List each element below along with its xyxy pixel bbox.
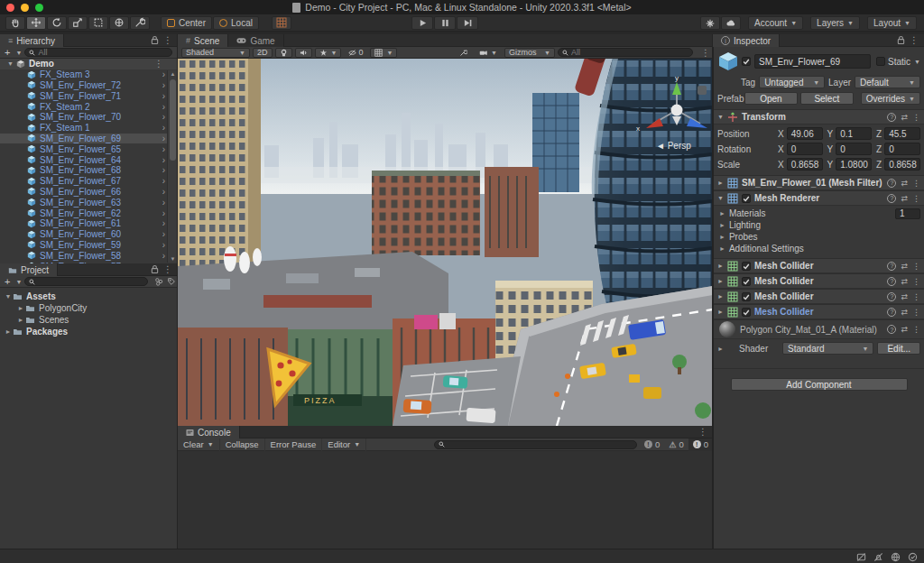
pivot-center-button[interactable]: Center: [161, 16, 212, 30]
scene-viewport[interactable]: PIZZA: [178, 59, 713, 426]
create-object-button[interactable]: +: [5, 47, 10, 58]
hierarchy-item[interactable]: SM_Env_Flower_70›: [0, 112, 178, 123]
help-icon[interactable]: ?: [887, 292, 896, 301]
hierarchy-item[interactable]: SM_Env_Flower_64›: [0, 154, 178, 165]
console-search-input[interactable]: [445, 440, 633, 449]
add-component-button[interactable]: Add Component: [731, 378, 908, 391]
materials-count-field[interactable]: 1: [895, 208, 920, 219]
prefab-arrow-icon[interactable]: ›: [162, 218, 165, 228]
layer-dropdown[interactable]: Default▼: [855, 76, 920, 88]
transform-component-header[interactable]: ▼ Transform ? ⇄ ⋮: [714, 109, 924, 125]
component-enabled-checkbox[interactable]: [742, 308, 751, 317]
kebab-menu-icon[interactable]: ⋮: [912, 262, 920, 271]
scene-audio-button[interactable]: [295, 48, 312, 58]
hierarchy-item[interactable]: FX_Steam 1›: [0, 123, 178, 134]
shader-dropdown[interactable]: Standard▼: [782, 342, 873, 355]
shader-edit-button[interactable]: Edit...: [877, 342, 920, 355]
position-x-field[interactable]: 49.06: [787, 127, 823, 140]
console-collapse-button[interactable]: Collapse: [220, 438, 265, 451]
component-enabled-checkbox[interactable]: [742, 277, 751, 286]
foldout-icon[interactable]: ►: [717, 278, 727, 284]
prefab-arrow-icon[interactable]: ›: [162, 251, 165, 261]
scene-search-input[interactable]: [568, 48, 688, 57]
project-folder-assets[interactable]: ▼ Assets: [0, 291, 178, 302]
presets-icon[interactable]: ⇄: [901, 325, 908, 334]
prefab-overrides-dropdown[interactable]: Overrides▼: [861, 92, 920, 105]
prefab-select-button[interactable]: Select: [800, 92, 854, 105]
grid-snap-button[interactable]: [272, 16, 291, 30]
divider[interactable]: [712, 34, 713, 549]
prefab-arrow-icon[interactable]: ›: [162, 155, 165, 165]
hand-tool-button[interactable]: [5, 16, 25, 30]
foldout-icon[interactable]: ►: [4, 328, 13, 335]
console-error-toggle[interactable]: !0: [688, 438, 713, 451]
presets-icon[interactable]: ⇄: [901, 262, 908, 271]
hierarchy-item[interactable]: SM_Env_Flower_68›: [0, 165, 178, 176]
prefab-arrow-icon[interactable]: ›: [162, 102, 165, 112]
hierarchy-item[interactable]: SM_Env_Flower_61›: [0, 218, 178, 229]
tag-dropdown[interactable]: Untagged▼: [759, 76, 825, 88]
account-dropdown[interactable]: Account▼: [748, 16, 803, 30]
mesh-collider-component-header[interactable]: ► Mesh Collider ? ⇄ ⋮: [714, 273, 924, 289]
scene-tools-button[interactable]: [455, 48, 472, 58]
foldout-icon[interactable]: ►: [717, 180, 727, 186]
kebab-menu-icon[interactable]: ⋮: [912, 325, 920, 334]
scrollbar-thumb[interactable]: [170, 79, 176, 161]
layers-dropdown[interactable]: Layers▼: [810, 16, 860, 30]
console-error-pause-button[interactable]: Error Pause: [265, 438, 323, 451]
kebab-menu-icon[interactable]: ⋮: [161, 35, 175, 45]
hierarchy-item[interactable]: SM_Env_Flower_58›: [0, 250, 178, 261]
kebab-menu-icon[interactable]: ⋮: [912, 113, 920, 122]
prefab-arrow-icon[interactable]: ›: [162, 91, 165, 101]
gizmos-dropdown[interactable]: Gizmos▼: [504, 48, 555, 58]
kebab-menu-icon[interactable]: ⋮: [161, 264, 175, 274]
hierarchy-item[interactable]: FX_Steam 3›: [0, 69, 178, 80]
scene-search[interactable]: [558, 48, 693, 57]
collab-button[interactable]: [700, 16, 720, 30]
kebab-menu-icon[interactable]: ⋮: [698, 48, 713, 58]
notifications-muted-icon[interactable]: [873, 551, 884, 562]
foldout-icon[interactable]: ►: [717, 293, 727, 300]
prefab-arrow-icon[interactable]: ›: [162, 112, 165, 122]
cloud-button[interactable]: [721, 16, 741, 30]
prefab-arrow-icon[interactable]: ›: [162, 80, 165, 90]
foldout-icon[interactable]: ►: [16, 317, 25, 323]
hierarchy-search-input[interactable]: [35, 48, 168, 57]
project-folder-polygoncity[interactable]: ► PolygonCity: [0, 302, 178, 314]
mesh-collider-component-header[interactable]: ► Mesh Collider ? ⇄ ⋮: [714, 289, 924, 304]
step-button[interactable]: [457, 16, 478, 30]
help-icon[interactable]: ?: [887, 179, 896, 188]
scene-camera-dropdown[interactable]: ▼: [475, 48, 502, 58]
console-message-muted-icon[interactable]: [855, 551, 867, 562]
console-info-toggle[interactable]: !0: [640, 438, 664, 451]
create-asset-button[interactable]: +: [5, 276, 10, 287]
project-folder-scenes[interactable]: ► Scenes: [0, 314, 178, 326]
component-enabled-checkbox[interactable]: [742, 262, 751, 271]
foldout-icon[interactable]: ▼: [717, 114, 727, 120]
prefab-arrow-icon[interactable]: ›: [162, 69, 165, 79]
kebab-menu-icon[interactable]: ⋮: [907, 35, 921, 45]
hierarchy-item[interactable]: SM_Env_Flower_67›: [0, 176, 178, 187]
kebab-menu-icon[interactable]: ⋮: [912, 292, 920, 301]
2d-toggle-button[interactable]: 2D: [253, 48, 273, 58]
foldout-icon[interactable]: ▼: [7, 60, 16, 67]
scale-z-field[interactable]: 0.8658: [884, 158, 920, 171]
prefab-open-button[interactable]: Open: [744, 92, 798, 105]
hierarchy-item[interactable]: SM_Env_Flower_72›: [0, 80, 178, 91]
mesh-collider-component-header-selected[interactable]: ► Mesh Collider ? ⇄ ⋮: [714, 304, 924, 319]
pause-button[interactable]: [434, 16, 456, 30]
hierarchy-item[interactable]: SM_Env_Flower_65›: [0, 143, 178, 154]
mesh-collider-component-header[interactable]: ► Mesh Collider ? ⇄ ⋮: [714, 258, 924, 273]
presets-icon[interactable]: ⇄: [901, 308, 908, 317]
tab-project[interactable]: Project: [0, 263, 58, 276]
prefab-arrow-icon[interactable]: ›: [162, 198, 165, 208]
prefab-arrow-icon[interactable]: ›: [162, 187, 165, 197]
tab-game[interactable]: Game: [228, 34, 283, 47]
search-by-type-icon[interactable]: [154, 277, 163, 286]
prefab-arrow-icon[interactable]: ›: [162, 208, 165, 218]
foldout-icon[interactable]: ►: [717, 309, 727, 315]
lighting-foldout[interactable]: ►Lighting: [717, 219, 920, 231]
scale-y-field[interactable]: 1.0800: [836, 158, 872, 171]
hierarchy-item[interactable]: SM_Env_Flower_66›: [0, 187, 178, 198]
probes-foldout[interactable]: ►Probes: [717, 231, 920, 243]
